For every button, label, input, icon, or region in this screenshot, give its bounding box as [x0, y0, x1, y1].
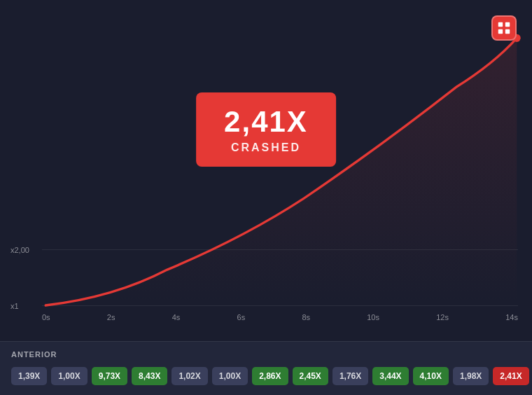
crash-label: CRASHED [224, 141, 308, 154]
x-axis: 0s 2s 4s 6s 8s 10s 12s 14s [42, 313, 518, 321]
end-icon [491, 15, 517, 41]
history-badge-11[interactable]: 1,98X [453, 367, 489, 385]
grid-icon [496, 20, 512, 36]
chart-area: x2,00 x1 [0, 0, 532, 341]
crash-box: 2,41X CRASHED [196, 92, 336, 167]
crash-multiplier: 2,41X [224, 105, 308, 139]
history-badge-2[interactable]: 9,73X [92, 367, 127, 385]
history-badge-7[interactable]: 2,45X [293, 367, 328, 385]
history-badge-8[interactable]: 1,76X [332, 367, 368, 385]
history-badge-1[interactable]: 1,00X [51, 367, 87, 385]
x-label-10: 10s [367, 313, 379, 321]
x-label-2: 2s [107, 313, 115, 321]
history-badge-5[interactable]: 1,00X [212, 367, 248, 385]
x-label-8: 8s [302, 313, 310, 321]
x-label-6: 6s [237, 313, 246, 321]
anterior-label: ANTERIOR [11, 350, 521, 359]
app-container: x2,00 x1 [0, 0, 532, 395]
history-badge-10[interactable]: 4,10X [413, 367, 449, 385]
x-label-12: 12s [436, 313, 449, 321]
x-label-4: 4s [172, 313, 181, 321]
history-badge-3[interactable]: 8,43X [132, 367, 167, 385]
history-badge-12[interactable]: 2,41X [493, 367, 528, 385]
history-badge-0[interactable]: 1,39X [11, 367, 47, 385]
svg-rect-1 [498, 22, 503, 27]
history-badge-9[interactable]: 3,44X [372, 367, 408, 385]
svg-rect-3 [498, 29, 503, 34]
history-badge-6[interactable]: 2,86X [252, 367, 288, 385]
svg-rect-4 [505, 29, 510, 34]
history-row: 1,39X 1,00X 9,73X 8,43X 1,02X 1,00X 2,86… [11, 366, 521, 387]
x-label-0: 0s [42, 313, 50, 321]
history-badge-4[interactable]: 1,02X [172, 367, 207, 385]
crash-curve [0, 0, 532, 341]
x-label-14: 14s [505, 313, 518, 321]
svg-rect-2 [505, 22, 510, 27]
bottom-panel: ANTERIOR 1,39X 1,00X 9,73X 8,43X 1,02X 1… [0, 341, 532, 395]
